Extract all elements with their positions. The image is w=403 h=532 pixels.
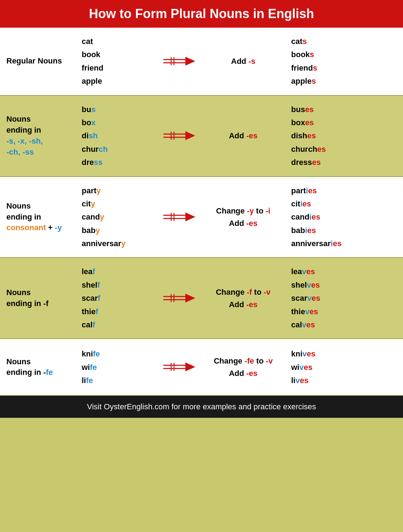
- arrow-regular: [156, 55, 202, 68]
- plurals-regular: catsbooksfriendsapples: [284, 28, 403, 95]
- examples-regular: catbookfriendapple: [78, 28, 156, 95]
- header-title: How to Form Plural Nouns in English: [89, 6, 314, 21]
- row-ending-fe: Nounsending in -feknifewifelifeChange -f…: [0, 339, 403, 396]
- rule-sxshchss: Add -es: [202, 122, 284, 149]
- row-ending-f: Nounsending in -fleafshelfscarfthiefcalf…: [0, 258, 403, 339]
- label-ending-fe: Nounsending in -fe: [0, 349, 78, 386]
- rule-regular: Add -s: [202, 48, 284, 74]
- examples-sxshchss: busboxdishchurchdress: [78, 96, 156, 176]
- rule-ending-fe: Change -fe to -vAdd -es: [202, 348, 284, 387]
- arrow-ending-fe: [156, 361, 202, 373]
- arrow-ending-f: [156, 292, 202, 305]
- arrow-sxshchss: [156, 129, 202, 142]
- svg-marker-24: [185, 362, 195, 371]
- examples-consonant-y: partycitycandybabyanniversary: [78, 177, 156, 257]
- label-ending-f: Nounsending in -f: [0, 280, 78, 316]
- examples-ending-fe: knifewifelife: [78, 340, 156, 394]
- label-sxshchss: Nounsending in-s, -x, -sh,-ch, -ss: [0, 107, 78, 165]
- footer-text: Visit OysterEnglish.com for more example…: [87, 402, 316, 411]
- rule-consonant-y: Change -y to -iAdd -es: [202, 198, 284, 237]
- plurals-sxshchss: busesboxesdisheschurchesdresses: [284, 96, 403, 176]
- svg-marker-19: [185, 294, 195, 303]
- label-consonant-y: Nounsending inconsonant + -y: [0, 194, 78, 240]
- svg-marker-14: [185, 212, 195, 221]
- examples-ending-f: leafshelfscarfthiefcalf: [78, 258, 156, 338]
- rule-ending-f: Change -f to -vAdd -es: [202, 279, 284, 318]
- footer: Visit OysterEnglish.com for more example…: [0, 396, 403, 418]
- svg-marker-4: [185, 57, 195, 66]
- plurals-ending-fe: kniveswiveslives: [284, 340, 403, 394]
- row-sxshchss: Nounsending in-s, -x, -sh,-ch, -ssbusbox…: [0, 96, 403, 177]
- row-regular: Regular NounscatbookfriendappleAdd -scat…: [0, 28, 403, 96]
- arrow-consonant-y: [156, 211, 202, 223]
- plurals-consonant-y: partiescitiescandiesbabiesanniversaries: [284, 177, 403, 257]
- content-table: Regular NounscatbookfriendappleAdd -scat…: [0, 28, 403, 396]
- plurals-ending-f: leavesshelvesscarvesthievescalves: [284, 258, 403, 338]
- svg-marker-9: [185, 131, 195, 140]
- label-regular: Regular Nouns: [0, 49, 78, 74]
- row-consonant-y: Nounsending inconsonant + -ypartycitycan…: [0, 177, 403, 258]
- header: How to Form Plural Nouns in English: [0, 0, 403, 28]
